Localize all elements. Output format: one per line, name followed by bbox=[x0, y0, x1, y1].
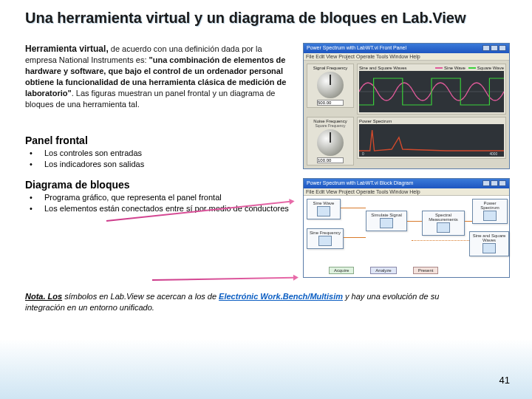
knob-icon[interactable] bbox=[317, 72, 344, 98]
note-link[interactable]: Electrónic Work.Bench/Multisim bbox=[219, 292, 343, 301]
tag-present[interactable]: Present bbox=[413, 267, 439, 274]
lead-text: Herramienta virtual, bbox=[25, 44, 109, 54]
footnote: Nota. Los símbolos en Lab.View se acerca… bbox=[25, 291, 446, 313]
knob-noise-frequency[interactable]: Noise Frequency Square Frequency bbox=[307, 117, 354, 166]
panel-frontal-heading: Panel frontal bbox=[25, 134, 296, 146]
diagrama-heading: Diagrama de bloques bbox=[25, 179, 296, 191]
knob1-value[interactable] bbox=[317, 100, 344, 106]
block-simulate[interactable]: Simulate Signal bbox=[366, 211, 407, 231]
note-lead: Nota. Los bbox=[25, 292, 62, 301]
labview-block-diagram-window: Power Spectrum with LabWT.vi Block Diagr… bbox=[303, 178, 510, 278]
svg-text:0: 0 bbox=[362, 152, 364, 156]
knob2-value[interactable] bbox=[317, 157, 344, 163]
note-t1: símbolos en Lab.View se acercan a los de bbox=[62, 292, 219, 301]
panel-bullets: •Los controles son entradas •Los indicad… bbox=[30, 148, 296, 170]
block-waves[interactable]: Sine and Square Waves bbox=[469, 231, 509, 256]
window-title: Power Spectrum with LabWT.vi Front Panel bbox=[307, 45, 406, 52]
window-menu[interactable]: File Edit View Project Operate Tools Win… bbox=[304, 188, 509, 196]
figure-column: Power Spectrum with LabWT.vi Front Panel… bbox=[303, 43, 510, 287]
window-buttons[interactable] bbox=[482, 45, 506, 52]
legend-square: Square Wave bbox=[477, 66, 504, 70]
diag-bullets: •Programa gráfico, que representa el pan… bbox=[30, 192, 296, 214]
block-power-spectrum[interactable]: Power Spectrum bbox=[472, 199, 508, 224]
diag-b1: Programa gráfico, que representa el pane… bbox=[44, 192, 222, 203]
plot-waveform bbox=[359, 71, 504, 112]
window-titlebar: Power Spectrum with LabWT.vi Front Panel bbox=[304, 44, 509, 53]
block-diagram-canvas: Sine Wave Sine Frequency Simulate Signal… bbox=[304, 196, 509, 277]
svg-text:4000: 4000 bbox=[489, 152, 497, 156]
plot-spectrum: 0 4000 bbox=[359, 124, 504, 157]
window-menu[interactable]: File Edit View Project Operate Tools Win… bbox=[304, 53, 509, 61]
block-spectral[interactable]: Spectral Measurements bbox=[422, 211, 465, 236]
knob2-sub: Square Frequency bbox=[309, 123, 352, 128]
knob-icon[interactable] bbox=[317, 129, 344, 156]
legend-sine: Sine Wave bbox=[444, 66, 466, 70]
page-number: 41 bbox=[499, 375, 510, 386]
tag-analyze[interactable]: Analyze bbox=[370, 267, 396, 274]
window-title: Power Spectrum with LabWT.vi Block Diagr… bbox=[307, 180, 413, 187]
panel-b1: Los controles son entradas bbox=[44, 148, 142, 159]
block-sine[interactable]: Sine Wave bbox=[307, 199, 341, 219]
block-sine-freq[interactable]: Sine Frequency bbox=[307, 228, 344, 249]
text-column: Herramienta virtual, de acuerdo con una … bbox=[25, 43, 296, 287]
g1-title: Sine and Square Waves bbox=[359, 66, 406, 70]
knob1-label: Signal Frequency bbox=[309, 66, 352, 70]
g2-title: Power Spectrum bbox=[359, 119, 392, 123]
graph-sine-square: Sine and Square Waves Sine Wave Square W… bbox=[357, 64, 506, 115]
window-buttons[interactable] bbox=[482, 180, 506, 187]
tag-acquire[interactable]: Acquire bbox=[329, 267, 354, 274]
intro-paragraph: Herramienta virtual, de acuerdo con una … bbox=[25, 43, 296, 109]
labview-front-panel-window: Power Spectrum with LabWT.vi Front Panel… bbox=[303, 43, 510, 169]
slide-title: Una herramienta virtual y un diagrama de… bbox=[25, 9, 510, 27]
panel-b2: Los indicadores son salidas bbox=[44, 159, 144, 170]
graph-power-spectrum: Power Spectrum 0 4000 bbox=[357, 117, 506, 159]
window-titlebar: Power Spectrum with LabWT.vi Block Diagr… bbox=[304, 179, 509, 188]
knob-signal-frequency[interactable]: Signal Frequency bbox=[307, 64, 354, 108]
